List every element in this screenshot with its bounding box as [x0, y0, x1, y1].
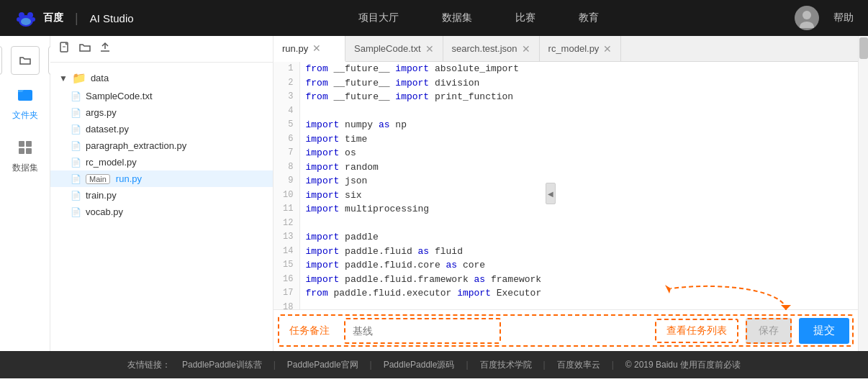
upload-icon[interactable]: [99, 42, 111, 56]
view-tasks-btn[interactable]: 查看任务列表: [655, 319, 738, 343]
new-folder-btn[interactable]: [11, 46, 40, 75]
dataset-icon: [17, 139, 34, 156]
svg-point-4: [31, 17, 35, 22]
file-item[interactable]: 📄 SampleCode.txt: [50, 88, 273, 104]
folder-data[interactable]: ▼ 📁 data: [50, 68, 273, 88]
line-code: import multiprocessing: [299, 202, 858, 217]
header: 百度 | AI Studio 项目大厅 数据集 比赛 教育 帮助: [0, 0, 868, 36]
table-row: 15import paddle.fluid.core as core: [273, 258, 858, 273]
bottom-panel: 任务备注 查看任务列表 保存 提交: [273, 309, 858, 351]
footer-link-5[interactable]: 百度效率云: [557, 359, 600, 371]
close-icon[interactable]: ✕: [522, 44, 530, 54]
close-icon[interactable]: ✕: [603, 44, 612, 54]
sidebar-item-datasets[interactable]: 数据集: [0, 133, 50, 180]
footer: 友情链接： PaddlePaddle训练营 | PaddlePaddle官网 |…: [0, 351, 868, 378]
file-icon: 📄: [71, 191, 81, 201]
file-item[interactable]: 📄 dataset.py: [50, 121, 273, 137]
line-code: import json: [299, 174, 858, 188]
line-number: 8: [273, 160, 299, 175]
footer-link-2[interactable]: PaddlePaddle官网: [287, 359, 358, 371]
tab-run-py[interactable]: run.py ✕: [273, 36, 345, 62]
svg-rect-16: [19, 148, 24, 154]
task-note-btn[interactable]: 任务备注: [282, 324, 337, 337]
file-item-active[interactable]: 📄 Main run.py: [50, 170, 273, 187]
file-item[interactable]: 📄 paragraph_extraction.py: [50, 137, 273, 154]
chevron-down-icon: ▼: [59, 73, 68, 83]
tab-search-json[interactable]: search.test.json ✕: [443, 36, 540, 61]
line-code: [299, 217, 858, 231]
table-row: 14import paddle.fluid as fluid: [273, 245, 858, 259]
file-name: run.py: [116, 173, 142, 184]
line-code: import paddle: [299, 230, 858, 245]
file-name: dataset.py: [86, 124, 129, 135]
table-row: 11import multiprocessing: [273, 202, 858, 217]
tab-label: search.test.json: [452, 43, 517, 54]
footer-link-3[interactable]: PaddlePaddle源码: [384, 359, 455, 371]
line-number: 5: [273, 118, 299, 132]
table-row: 1from __future__ import absolute_import: [273, 62, 858, 76]
line-number: 10: [273, 188, 299, 203]
nav-education[interactable]: 教育: [579, 8, 599, 28]
footer-link-1[interactable]: PaddlePaddle训练营: [182, 359, 262, 371]
new-file-icon[interactable]: [59, 42, 71, 56]
sidebar-item-files[interactable]: 文件夹: [0, 81, 50, 127]
nav-competition[interactable]: 比赛: [515, 8, 535, 28]
table-row: 9import json: [273, 174, 858, 188]
baidu-text: 百度: [43, 12, 63, 24]
table-row: 5import numpy as np: [273, 118, 858, 132]
new-file-btn[interactable]: [0, 46, 2, 75]
logo-area: 百度 | AI Studio: [14, 6, 134, 29]
header-right: 帮助: [795, 6, 854, 30]
table-row: 3from __future__ import print_function: [273, 90, 858, 104]
line-number: 18: [273, 301, 299, 310]
nav-datasets[interactable]: 数据集: [442, 8, 472, 28]
table-row: 13import paddle: [273, 230, 858, 245]
footer-link-4[interactable]: 百度技术学院: [480, 359, 532, 371]
close-icon[interactable]: ✕: [425, 44, 434, 54]
vertical-scrollbar[interactable]: [858, 36, 868, 351]
nav-items: 项目大厅 数据集 比赛 教育: [163, 8, 795, 28]
svg-point-5: [21, 18, 31, 25]
collapse-handle[interactable]: ◀: [546, 183, 556, 204]
svg-rect-14: [19, 141, 24, 147]
line-code: import paddle.fluid.framework as framewo…: [299, 273, 858, 287]
line-number: 3: [273, 90, 299, 104]
new-folder-icon[interactable]: [79, 42, 91, 56]
baseline-input[interactable]: [344, 318, 501, 344]
file-name: vocab.py: [86, 206, 123, 217]
line-code: [299, 104, 858, 119]
file-name: paragraph_extraction.py: [86, 140, 186, 151]
file-item[interactable]: 📄 train.py: [50, 187, 273, 204]
file-item[interactable]: 📄 rc_model.py: [50, 154, 273, 170]
table-row: 12: [273, 217, 858, 231]
table-row: 17from paddle.fluid.executor import Exec…: [273, 286, 858, 301]
file-item[interactable]: 📄 args.py: [50, 104, 273, 121]
line-code: import paddle.fluid as fluid: [299, 245, 858, 259]
line-number: 14: [273, 245, 299, 259]
avatar[interactable]: [795, 6, 819, 30]
code-editor[interactable]: 1from __future__ import absolute_import2…: [273, 62, 858, 309]
table-row: 16import paddle.fluid.framework as frame…: [273, 273, 858, 287]
close-icon[interactable]: ✕: [312, 43, 321, 53]
save-btn[interactable]: 保存: [746, 318, 792, 344]
line-number: 4: [273, 104, 299, 119]
main-badge: Main: [86, 174, 110, 184]
line-code: import numpy as np: [299, 118, 858, 132]
baidu-icon: [14, 6, 37, 29]
submit-btn[interactable]: 提交: [799, 318, 849, 344]
table-row: 8import random: [273, 160, 858, 175]
line-number: 2: [273, 76, 299, 91]
line-number: 15: [273, 258, 299, 273]
file-item[interactable]: 📄 vocab.py: [50, 204, 273, 220]
line-code: from __future__ import print_function: [299, 90, 858, 104]
file-icon: 📄: [71, 207, 81, 217]
help-link[interactable]: 帮助: [833, 12, 854, 24]
scrollbar-thumb[interactable]: [859, 37, 868, 59]
nav-project-hall[interactable]: 项目大厅: [358, 8, 399, 28]
line-number: 12: [273, 217, 299, 231]
tab-rc-model[interactable]: rc_model.py ✕: [540, 36, 622, 61]
code-table: 1from __future__ import absolute_import2…: [273, 62, 858, 309]
tab-samplecode[interactable]: SampleCode.txt ✕: [345, 36, 443, 61]
file-icon: 📄: [71, 174, 81, 184]
file-icon: 📄: [71, 91, 81, 101]
